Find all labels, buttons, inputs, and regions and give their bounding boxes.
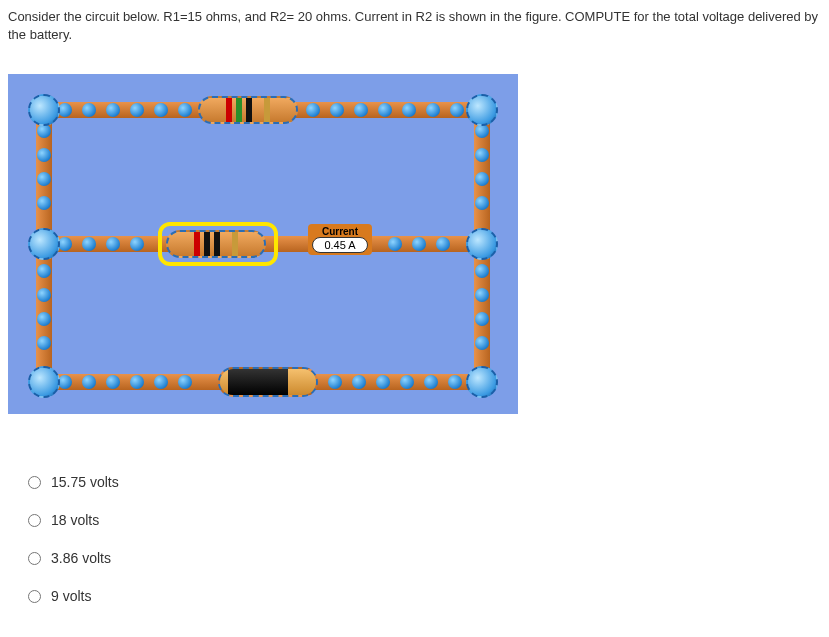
battery	[218, 367, 318, 397]
answer-options: 15.75 volts 18 volts 3.86 volts 9 volts	[8, 474, 821, 604]
option-label[interactable]: 15.75 volts	[51, 474, 119, 490]
circuit-diagram: Current 0.45 A	[8, 74, 518, 414]
circuit-node	[28, 366, 60, 398]
option-2[interactable]: 18 volts	[28, 512, 821, 528]
circuit-node	[28, 228, 60, 260]
option-label[interactable]: 9 volts	[51, 588, 91, 604]
option-radio[interactable]	[28, 514, 41, 527]
circuit-node	[466, 94, 498, 126]
option-3[interactable]: 3.86 volts	[28, 550, 821, 566]
option-label[interactable]: 3.86 volts	[51, 550, 111, 566]
circuit-node	[28, 94, 60, 126]
option-4[interactable]: 9 volts	[28, 588, 821, 604]
resistor-r1	[198, 96, 298, 124]
resistor-r2	[166, 230, 266, 258]
option-1[interactable]: 15.75 volts	[28, 474, 821, 490]
option-radio[interactable]	[28, 590, 41, 603]
circuit-node	[466, 228, 498, 260]
ammeter-label: Current	[312, 226, 368, 237]
circuit-node	[466, 366, 498, 398]
option-radio[interactable]	[28, 552, 41, 565]
question-text: Consider the circuit below. R1=15 ohms, …	[8, 8, 821, 44]
ammeter-value: 0.45 A	[312, 237, 368, 253]
option-radio[interactable]	[28, 476, 41, 489]
ammeter: Current 0.45 A	[308, 224, 372, 255]
option-label[interactable]: 18 volts	[51, 512, 99, 528]
